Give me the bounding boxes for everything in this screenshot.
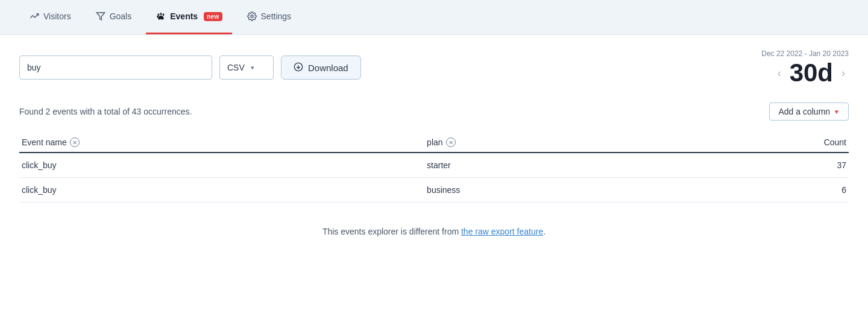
cell-plan: starter [424, 153, 671, 178]
date-range-text: Dec 22 2022 - Jan 20 2023 [761, 49, 849, 58]
nav-item-settings-label: Settings [261, 11, 292, 21]
cell-count: 37 [671, 153, 849, 178]
col-event-name-filter-icon[interactable]: ✕ [70, 137, 80, 147]
period-label: 30d [790, 60, 833, 86]
format-select[interactable]: CSV ▾ [219, 55, 274, 80]
format-select-chevron: ▾ [251, 64, 254, 72]
nav-item-events[interactable]: Events new [146, 0, 231, 34]
add-column-chevron-icon: ▼ [834, 109, 840, 115]
footer-text-before: This events explorer is different from [322, 227, 461, 236]
nav-item-events-label: Events [170, 11, 198, 21]
format-select-value: CSV [227, 63, 245, 72]
svg-marker-0 [96, 13, 104, 20]
nav-item-visitors[interactable]: Visitors [19, 0, 81, 34]
download-button[interactable]: Download [281, 55, 361, 80]
paw-icon [156, 11, 166, 22]
download-icon [294, 62, 303, 74]
period-selector: ‹ 30d › [761, 60, 849, 86]
period-next-button[interactable]: › [838, 66, 849, 81]
main-content: CSV ▾ Download Dec 22 2022 - Jan 20 2023… [0, 35, 868, 251]
col-count-label: Count [824, 137, 846, 147]
nav-item-goals-label: Goals [110, 11, 132, 21]
col-event-name-label: Event name [22, 137, 67, 147]
table-header-row: Event name ✕ plan ✕ Count [19, 133, 849, 153]
cell-event-name: click_buy [19, 178, 424, 203]
svg-point-3 [163, 13, 165, 16]
col-plan-label: plan [427, 137, 442, 147]
period-prev-button[interactable]: ‹ [774, 66, 785, 81]
search-input[interactable] [19, 55, 212, 80]
add-column-button[interactable]: Add a column ▼ [769, 102, 849, 121]
svg-point-1 [158, 13, 160, 16]
col-header-plan: plan ✕ [424, 133, 671, 153]
gear-icon [247, 11, 257, 22]
nav-bar: Visitors Goals Events new [0, 0, 868, 35]
summary-text: Found 2 events with a total of 43 occurr… [19, 107, 192, 116]
footer-note: This events explorer is different from t… [19, 227, 849, 236]
download-button-label: Download [308, 63, 348, 73]
add-column-label: Add a column [778, 107, 830, 116]
col-plan-filter-icon[interactable]: ✕ [446, 137, 456, 147]
svg-point-5 [251, 15, 253, 17]
summary-row: Found 2 events with a total of 43 occurr… [19, 102, 849, 121]
nav-item-goals[interactable]: Goals [86, 0, 142, 34]
events-new-badge: new [204, 12, 222, 21]
cell-event-name: click_buy [19, 153, 424, 178]
col-header-event-name: Event name ✕ [19, 133, 424, 153]
cell-plan: business [424, 178, 671, 203]
filter-icon [95, 11, 106, 22]
cell-count: 6 [671, 178, 849, 203]
events-table: Event name ✕ plan ✕ Count click_buystart… [19, 133, 849, 203]
chart-line-icon [29, 11, 40, 22]
footer-text-after: . [543, 227, 546, 236]
nav-item-visitors-label: Visitors [43, 11, 71, 21]
nav-item-settings[interactable]: Settings [237, 0, 301, 34]
svg-point-2 [160, 13, 162, 15]
table-row: click_buybusiness6 [19, 178, 849, 203]
date-period-container: Dec 22 2022 - Jan 20 2023 ‹ 30d › [761, 49, 849, 86]
controls-row: CSV ▾ Download Dec 22 2022 - Jan 20 2023… [19, 49, 849, 86]
footer-link[interactable]: the raw export feature [461, 227, 543, 236]
table-row: click_buystarter37 [19, 153, 849, 178]
col-header-count: Count [671, 133, 849, 153]
